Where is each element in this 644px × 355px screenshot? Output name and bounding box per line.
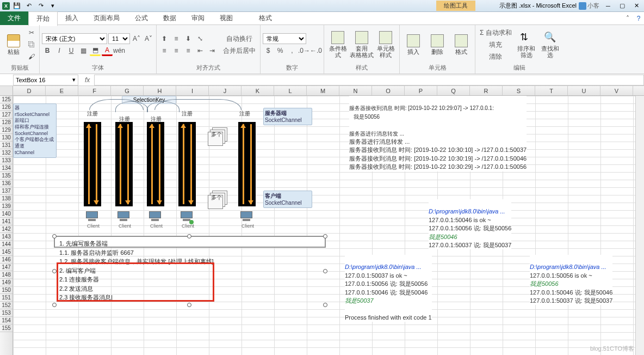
col-header-E[interactable]: E bbox=[46, 86, 78, 95]
col-header-N[interactable]: N bbox=[339, 86, 372, 95]
tab-data[interactable]: 数据 bbox=[156, 11, 184, 25]
indent-dec-icon[interactable]: ⇤ bbox=[195, 45, 206, 56]
resize-handle[interactable] bbox=[323, 234, 327, 238]
user-indicator[interactable]: 小客 bbox=[577, 2, 602, 10]
col-header-R[interactable]: R bbox=[470, 86, 503, 95]
row-header-132[interactable]: 132 bbox=[0, 149, 13, 157]
maximize-button[interactable]: ▢ bbox=[616, 1, 629, 11]
cell-style-button[interactable]: 单元格样式 bbox=[374, 27, 397, 62]
align-top-icon[interactable]: ⬆ bbox=[159, 33, 170, 44]
font-name-select[interactable]: 宋体 (正文) bbox=[42, 33, 107, 44]
worksheet-area[interactable]: DEFGHIJKLMNOPQRSTUV 12512612712812913013… bbox=[0, 86, 644, 355]
currency-icon[interactable]: $ bbox=[263, 45, 274, 56]
col-header-L[interactable]: L bbox=[274, 86, 307, 95]
row-header-155[interactable]: 155 bbox=[0, 325, 13, 332]
fill-color-icon[interactable]: ⬒ bbox=[90, 45, 101, 56]
row-header-143[interactable]: 143 bbox=[0, 233, 13, 241]
col-header-V[interactable]: V bbox=[600, 86, 633, 95]
col-header-P[interactable]: P bbox=[405, 86, 437, 95]
align-center-icon[interactable]: ≡ bbox=[171, 45, 182, 56]
qat-menu-icon[interactable]: ▾ bbox=[48, 1, 58, 11]
percent-icon[interactable]: % bbox=[275, 45, 286, 56]
fx-icon[interactable]: fx bbox=[81, 76, 94, 84]
col-header-U[interactable]: U bbox=[568, 86, 600, 95]
resize-handle[interactable] bbox=[52, 303, 57, 307]
close-button[interactable]: ✕ bbox=[630, 1, 643, 11]
select-all-corner[interactable] bbox=[0, 86, 13, 95]
align-right-icon[interactable]: ≡ bbox=[183, 45, 194, 56]
border-icon[interactable]: ▦ bbox=[78, 45, 89, 56]
resize-handle[interactable] bbox=[187, 303, 191, 307]
number-format-select[interactable]: 常规 bbox=[263, 33, 306, 44]
tab-file[interactable]: 文件 bbox=[0, 11, 28, 25]
resize-handle[interactable] bbox=[323, 303, 327, 307]
inc-decimal-icon[interactable]: .0→ bbox=[299, 45, 309, 56]
row-header-153[interactable]: 153 bbox=[0, 309, 13, 317]
align-bottom-icon[interactable]: ⬇ bbox=[183, 33, 194, 44]
col-header-D[interactable]: D bbox=[13, 86, 46, 95]
col-header-H[interactable]: H bbox=[144, 86, 176, 95]
align-left-icon[interactable]: ≡ bbox=[159, 45, 170, 56]
fill-button[interactable]: 填充 bbox=[478, 39, 514, 50]
sort-filter-button[interactable]: ⇅排序和筛选 bbox=[515, 27, 538, 62]
tab-formulas[interactable]: 公式 bbox=[127, 11, 156, 25]
increase-font-icon[interactable]: A˄ bbox=[131, 33, 142, 44]
underline-button[interactable]: U bbox=[66, 45, 77, 56]
row-header-140[interactable]: 140 bbox=[0, 210, 13, 218]
row-header-151[interactable]: 151 bbox=[0, 294, 13, 302]
col-header-F[interactable]: F bbox=[78, 86, 111, 95]
row-header-130[interactable]: 130 bbox=[0, 134, 13, 142]
row-header-139[interactable]: 139 bbox=[0, 203, 13, 210]
row-header-138[interactable]: 138 bbox=[0, 195, 13, 203]
row-header-154[interactable]: 154 bbox=[0, 317, 13, 325]
dec-decimal-icon[interactable]: ←.0 bbox=[311, 45, 321, 56]
name-box[interactable]: TextBox 16▾ bbox=[13, 75, 78, 85]
comma-icon[interactable]: , bbox=[287, 45, 298, 56]
insert-cells-button[interactable]: 插入 bbox=[402, 27, 425, 62]
tab-insert[interactable]: 插入 bbox=[58, 11, 86, 25]
col-header-G[interactable]: G bbox=[111, 86, 144, 95]
find-select-button[interactable]: 🔍查找和选 bbox=[539, 27, 562, 62]
tab-page-layout[interactable]: 页面布局 bbox=[86, 11, 127, 25]
bold-button[interactable]: B bbox=[42, 45, 53, 56]
ribbon-minimize-icon[interactable]: ˄ bbox=[622, 13, 633, 24]
row-header-137[interactable]: 137 bbox=[0, 187, 13, 195]
col-header-M[interactable]: M bbox=[307, 86, 339, 95]
col-header-K[interactable]: K bbox=[242, 86, 274, 95]
tab-home[interactable]: 开始 bbox=[28, 11, 58, 26]
save-icon[interactable]: 💾 bbox=[12, 1, 22, 11]
tab-view[interactable]: 视图 bbox=[212, 11, 240, 25]
format-cells-button[interactable]: 格式 bbox=[450, 27, 473, 62]
italic-button[interactable]: I bbox=[54, 45, 65, 56]
cut-icon[interactable]: ✂ bbox=[26, 27, 37, 38]
row-header-127[interactable]: 127 bbox=[0, 111, 13, 119]
resize-handle[interactable] bbox=[187, 234, 191, 238]
row-header-133[interactable]: 133 bbox=[0, 157, 13, 164]
formula-input[interactable] bbox=[94, 75, 644, 85]
col-header-I[interactable]: I bbox=[176, 86, 209, 95]
font-color-icon[interactable]: A bbox=[102, 45, 113, 56]
conditional-format-button[interactable]: 条件格式 bbox=[326, 27, 349, 62]
minimize-button[interactable]: ─ bbox=[602, 1, 615, 11]
clear-button[interactable]: 清除 bbox=[478, 51, 514, 62]
tab-format[interactable]: 格式 bbox=[251, 11, 280, 25]
row-header-125[interactable]: 125 bbox=[0, 96, 13, 103]
row-header-149[interactable]: 149 bbox=[0, 279, 13, 286]
row-header-136[interactable]: 136 bbox=[0, 180, 13, 187]
row-header-129[interactable]: 129 bbox=[0, 126, 13, 134]
resize-handle[interactable] bbox=[323, 269, 327, 273]
drawing-tools-tab[interactable]: 绘图工具 bbox=[436, 1, 475, 11]
resize-handle[interactable] bbox=[52, 269, 57, 273]
autosum-button[interactable]: Σ 自动求和 bbox=[478, 27, 514, 38]
paste-button[interactable]: 粘贴 bbox=[2, 27, 25, 62]
row-header-144[interactable]: 144 bbox=[0, 241, 13, 248]
row-header-141[interactable]: 141 bbox=[0, 218, 13, 225]
row-header-146[interactable]: 146 bbox=[0, 256, 13, 264]
col-header-Q[interactable]: Q bbox=[437, 86, 470, 95]
undo-icon[interactable]: ↶ bbox=[24, 1, 34, 11]
help-icon[interactable]: ? bbox=[633, 13, 644, 24]
row-header-131[interactable]: 131 bbox=[0, 142, 13, 149]
font-size-select[interactable]: 11 bbox=[108, 33, 130, 44]
wrap-text-button[interactable]: 自动换行 bbox=[221, 33, 258, 44]
row-header-148[interactable]: 148 bbox=[0, 271, 13, 279]
